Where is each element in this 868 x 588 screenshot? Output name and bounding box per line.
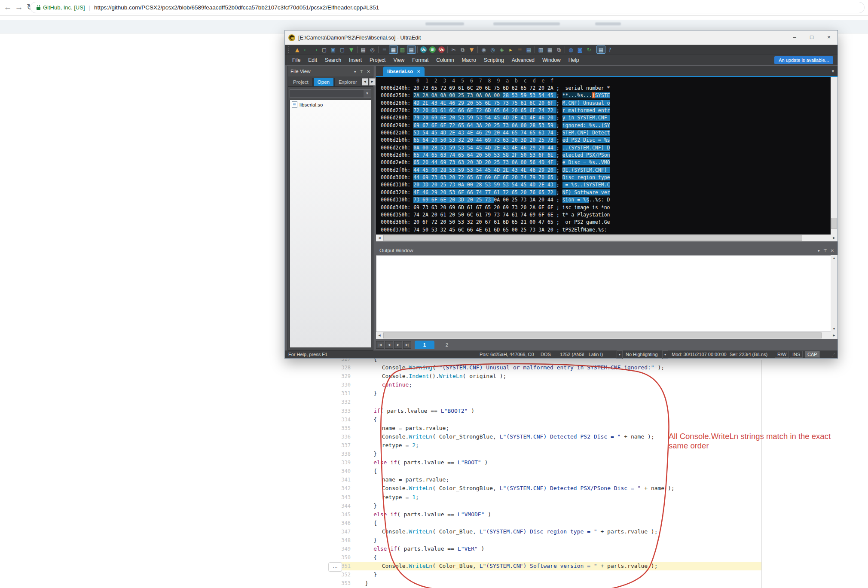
hex-row[interactable]: 0006d300h: 44 69 73 63 20 72 65 67 69 6F… [381,174,610,181]
status-encoding[interactable]: 1252 (ANSI - Latin I) [560,350,603,358]
menu-format[interactable]: Format [408,55,432,65]
copy-window-icon[interactable]: ⧉ [554,46,563,54]
function-list-icon[interactable]: ≡ [515,46,524,54]
copy-icon[interactable]: ⧉ [458,46,467,54]
close-button[interactable]: × [820,32,837,43]
hex-view-icon[interactable]: ▤ [596,46,605,54]
menu-scripting[interactable]: Scripting [480,55,508,65]
browser-view-icon[interactable]: ◙ [575,46,584,54]
fileview-tab-explorer[interactable]: Explorer [334,78,361,86]
word-wrap-icon[interactable]: ≡ [380,46,389,54]
bookmark-icon[interactable]: ▸ [506,46,515,54]
status-readwrite[interactable]: R/W [775,351,789,358]
file-item[interactable]: libserial.so [290,100,371,109]
close-panel-icon[interactable]: ✕ [831,248,834,253]
hex-row[interactable]: 0006d250h: 2A 2A 0A 0A 00 25 73 0A 0A 00… [381,92,610,99]
line-number[interactable]: 350 [325,553,351,562]
status-line-format[interactable]: DOS [541,350,551,358]
minimize-button[interactable]: – [786,32,803,43]
hex-vertical-scrollbar[interactable] [831,77,837,235]
tab-list-chevron-icon[interactable]: ▼ [831,69,835,73]
line-number[interactable]: 352 [325,570,351,579]
hex-row[interactable]: 0006d320h: 4E 46 29 20 53 6F 66 74 77 61… [381,189,610,196]
browser-back-icon[interactable]: ← [3,2,13,13]
line-number[interactable]: 335 [325,424,351,433]
expand-hunk-button[interactable]: … [328,562,342,572]
encoding-chevron-icon[interactable]: ▼ [617,350,623,359]
scroll-up-icon[interactable]: ▲ [831,255,837,261]
open-recent-icon[interactable]: ▲ [293,46,302,54]
status-insert-mode[interactable]: INS [790,351,803,358]
hex-row[interactable]: 0006d260h: 4D 2E 43 4E 46 29 20 55 6E 75… [381,100,610,107]
line-number[interactable]: 329 [325,372,351,381]
scroll-left-icon[interactable]: ◀ [376,235,383,241]
maximize-button[interactable]: □ [803,32,820,43]
menu-column[interactable]: Column [432,55,458,65]
pin-icon[interactable]: ⊤ [360,69,364,74]
column-mode-icon[interactable]: ▥ [398,46,407,54]
scrollbar-thumb[interactable] [831,218,837,229]
line-number[interactable]: 332 [325,398,351,406]
status-capslock[interactable]: CAP [805,351,820,358]
url-text[interactable]: https://github.com/PCSX2/pcsx2/blob/6589… [94,4,379,11]
panel-menu-icon[interactable]: ▾ [354,69,356,74]
help-icon[interactable]: ? [605,46,614,54]
line-number[interactable]: 347 [325,527,351,536]
line-number[interactable]: 336 [325,433,351,441]
line-number[interactable]: 349 [325,545,351,553]
tag-list-icon[interactable]: ▤ [524,46,533,54]
find-in-files-icon[interactable]: ◈ [497,46,506,54]
hex-mode-icon[interactable]: ▦ [389,46,398,54]
hex-horizontal-scrollbar[interactable]: ◀ ▶ [376,235,837,241]
line-number[interactable]: 348 [325,536,351,545]
new-file-icon[interactable]: ▢ [320,46,329,54]
line-number[interactable]: 353 [325,579,351,588]
page-tab-2[interactable]: 2 [437,341,457,349]
hex-row[interactable]: 0006d240h: 20 73 65 72 69 61 6C 20 6E 75… [381,85,610,92]
menu-project[interactable]: Project [366,55,389,65]
scrollbar-thumb[interactable] [383,332,822,338]
hex-row[interactable]: 0006d280h: 79 20 69 6E 20 53 59 53 54 45… [381,114,610,122]
line-number[interactable]: 345 [325,510,351,519]
line-number[interactable]: 343 [325,493,351,502]
line-number[interactable]: 333 [325,407,351,415]
line-number[interactable]: 344 [325,502,351,510]
page-nav-button[interactable]: ◀ [385,341,393,349]
page-nav-button[interactable]: ▶ [394,341,402,349]
ftp-icon[interactable]: ◍ [566,46,575,54]
menu-insert[interactable]: Insert [345,55,366,65]
paste-icon[interactable]: ▼ [467,46,476,54]
line-number[interactable]: 328 [325,363,351,372]
cut-icon[interactable]: ✂ [449,46,458,54]
hex-row[interactable]: 0006d2e0h: 65 20 44 69 73 63 20 3D 20 25… [381,159,610,166]
line-number[interactable]: 334 [325,415,351,424]
address-bar[interactable]: GitHub, Inc. [US] | https://github.com/P… [30,2,865,13]
print-preview-icon[interactable]: ◎ [368,46,377,54]
file-filter-dropdown[interactable]: ▼ [290,89,371,98]
hex-row[interactable]: 0006d2f0h: 44 45 00 28 53 59 53 54 45 4D… [381,167,610,174]
compare-icon[interactable]: ▥ [536,46,545,54]
fileview-tab-project[interactable]: Project [289,78,313,86]
menu-edit[interactable]: Edit [304,55,321,65]
hex-row[interactable]: 0006d350h: 74 2A 20 61 20 50 6C 61 79 73… [381,211,610,219]
line-numbers-icon[interactable]: ▤ [407,46,416,54]
forward-icon[interactable]: → [311,46,320,54]
hex-row[interactable]: 0006d370h: 74 50 53 32 45 6C 66 4E 61 6D… [381,226,610,234]
open-file-icon[interactable]: ▣ [329,46,338,54]
print-icon[interactable]: ▤ [359,46,368,54]
file-view-header[interactable]: File View ▾ ⊤ ✕ [288,66,373,76]
scroll-right-icon[interactable]: ▶ [831,332,837,338]
menu-advanced[interactable]: Advanced [508,55,538,65]
line-number[interactable]: 339 [325,458,351,467]
split-window-icon[interactable]: ▦ [545,46,554,54]
output-window-header[interactable]: Output Window ▾ ⊤ ✕ [376,246,837,255]
output-vertical-scrollbar[interactable]: ▲ ▼ [831,255,837,332]
page-nav-button[interactable]: |◀ [376,341,384,349]
update-available-button[interactable]: An update is available... [774,56,833,64]
tab-scroll-left-icon[interactable]: ◀ [362,78,368,85]
pin-icon[interactable]: ⊤ [823,248,827,253]
hex-row[interactable]: 0006d360h: 20 6F 72 20 50 53 32 20 67 61… [381,219,610,226]
panel-menu-icon[interactable]: ▾ [818,248,820,253]
ultraedit-titlebar[interactable]: UE [E:\Camera\DamonPS2\Files\libserial.s… [285,30,837,45]
chevron-down-icon[interactable]: ▼ [364,90,371,97]
